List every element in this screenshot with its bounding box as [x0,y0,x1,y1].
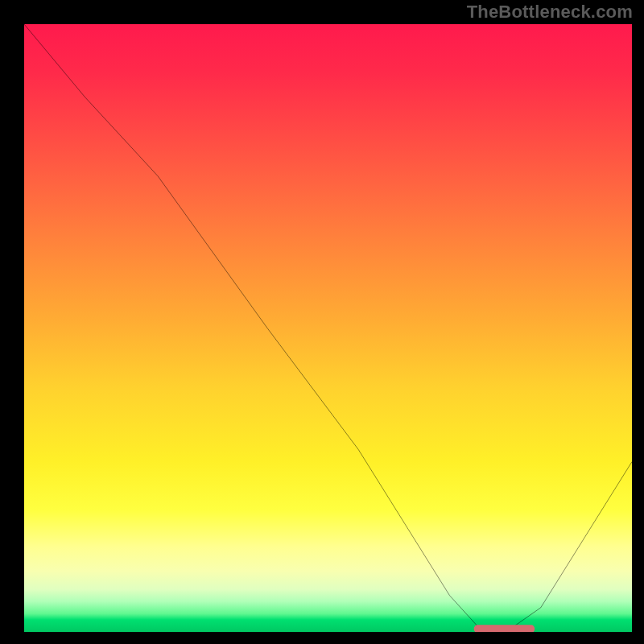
chart-container: TheBottleneck.com [0,0,644,644]
watermark-text: TheBottleneck.com [467,2,633,23]
plot-area [24,24,632,632]
bottleneck-curve [24,24,632,629]
curve-layer [24,24,632,632]
optimal-marker [474,625,535,632]
